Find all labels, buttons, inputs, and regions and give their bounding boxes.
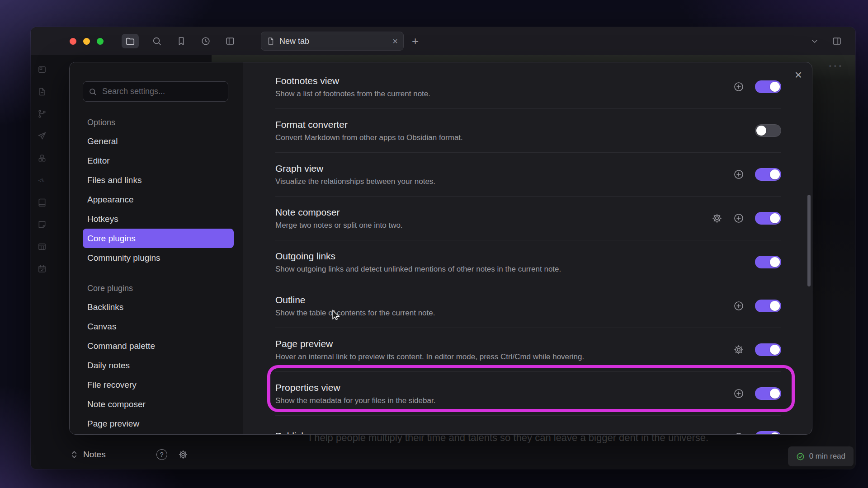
- nav-section-header: Core plugins: [87, 284, 235, 293]
- gear-icon[interactable]: [733, 344, 744, 355]
- nav-item-backlinks[interactable]: Backlinks: [83, 297, 234, 317]
- toggle-knob: [770, 82, 780, 92]
- plugin-row-properties-view: Properties view Show the metadata for yo…: [275, 372, 781, 416]
- toggle-knob: [770, 389, 780, 399]
- nav-item-general[interactable]: General: [83, 131, 234, 151]
- plugin-list: Footnotes view Show a list of footnotes …: [243, 62, 812, 434]
- plugin-description: Convert Markdown from other apps to Obsi…: [275, 133, 755, 142]
- plugin-name: Outline: [275, 295, 733, 305]
- bookmark-icon[interactable]: [175, 35, 188, 47]
- plugin-name: Note composer: [275, 207, 712, 218]
- plus-circle-icon[interactable]: [733, 300, 744, 311]
- vault-switcher-icon[interactable]: [70, 450, 79, 459]
- plugin-name: Publish: [275, 431, 733, 435]
- tab-title: New tab: [279, 37, 388, 46]
- nav-item-canvas[interactable]: Canvas: [83, 317, 234, 336]
- nav-item-daily-notes[interactable]: Daily notes: [83, 356, 234, 375]
- scrollbar-thumb[interactable]: [807, 195, 811, 286]
- left-sidebar-toggle-icon[interactable]: [224, 35, 236, 47]
- plugin-description: Show the table of contents for the curre…: [275, 309, 733, 318]
- publish-toggle[interactable]: [755, 431, 781, 435]
- history-icon[interactable]: [199, 35, 212, 47]
- read-time: 0 min read: [809, 452, 845, 461]
- plus-circle-icon[interactable]: [733, 213, 744, 224]
- close-window-button[interactable]: [70, 38, 76, 45]
- settings-search-input[interactable]: [101, 86, 222, 97]
- note-composer-toggle[interactable]: [755, 212, 781, 225]
- nav-item-command-palette[interactable]: Command palette: [83, 336, 234, 356]
- settings-gear-icon[interactable]: [178, 450, 188, 460]
- plugin-row-outline: Outline Show the table of contents for t…: [275, 284, 781, 328]
- plugin-name: Properties view: [275, 382, 733, 393]
- toggle-knob: [770, 213, 780, 223]
- plugin-row-graph-view: Graph view Visualize the relationships b…: [275, 153, 781, 197]
- plugin-description: Hover an internal link to preview its co…: [275, 352, 733, 361]
- traffic-lights: [70, 38, 104, 45]
- nav-section-header: Options: [87, 118, 235, 127]
- nav-item-page-preview[interactable]: Page preview: [83, 414, 234, 433]
- plugin-description: Show the metadata for your files in the …: [275, 396, 733, 405]
- plus-circle-icon[interactable]: [733, 169, 744, 180]
- vault-footer: Notes ?: [70, 446, 188, 464]
- help-icon[interactable]: ?: [156, 449, 167, 460]
- plugin-name: Graph view: [275, 163, 733, 174]
- plugin-row-note-composer: Note composer Merge two notes or split o…: [275, 197, 781, 240]
- graph-view-toggle[interactable]: [755, 168, 781, 181]
- search-icon: [89, 88, 97, 96]
- folder-icon[interactable]: [122, 34, 139, 48]
- toggle-knob: [770, 169, 780, 179]
- toggle-knob: [770, 345, 780, 355]
- search-icon[interactable]: [151, 35, 163, 47]
- gear-icon[interactable]: [712, 213, 722, 224]
- toggle-knob: [770, 432, 780, 435]
- titlebar: New tab × +: [31, 27, 855, 56]
- settings-search[interactable]: [83, 81, 228, 102]
- plus-circle-icon[interactable]: [733, 388, 744, 399]
- nav-item-editor[interactable]: Editor: [83, 151, 234, 170]
- plugin-row-outgoing-links: Outgoing links Show outgoing links and d…: [275, 240, 781, 284]
- nav-item-community-plugins[interactable]: Community plugins: [83, 248, 234, 267]
- plugin-row-footnotes-view: Footnotes view Show a list of footnotes …: [275, 65, 781, 109]
- plugin-description: Visualize the relationships between your…: [275, 177, 733, 186]
- tab-list-chevron-icon[interactable]: [810, 37, 819, 46]
- page-preview-toggle[interactable]: [755, 343, 781, 356]
- toggle-knob: [756, 126, 766, 136]
- check-circle-icon: [796, 452, 805, 461]
- new-tab-button[interactable]: +: [412, 35, 419, 47]
- nav-item-hotkeys[interactable]: Hotkeys: [83, 209, 234, 229]
- right-sidebar-toggle-icon[interactable]: [832, 36, 842, 46]
- plugin-name: Outgoing links: [275, 251, 755, 262]
- modal-close-icon[interactable]: ×: [795, 69, 802, 81]
- plugin-name: Footnotes view: [275, 75, 733, 86]
- toggle-knob: [770, 301, 780, 311]
- plugin-name: Format converter: [275, 119, 755, 130]
- properties-view-toggle[interactable]: [755, 387, 781, 400]
- tab-close-icon[interactable]: ×: [392, 37, 398, 46]
- settings-nav: Options General Editor Files and links A…: [70, 62, 243, 434]
- plugin-name: Page preview: [275, 338, 733, 349]
- outgoing-links-toggle[interactable]: [755, 256, 781, 268]
- minimize-window-button[interactable]: [83, 38, 90, 45]
- mouse-cursor: [330, 309, 342, 322]
- footnotes-view-toggle[interactable]: [755, 80, 781, 93]
- plus-circle-icon[interactable]: [733, 432, 744, 435]
- plugin-row-publish: Publish: [275, 416, 781, 435]
- format-converter-toggle[interactable]: [755, 124, 781, 137]
- plugin-description: Show outgoing links and detect unlinked …: [275, 265, 755, 274]
- nav-item-appearance[interactable]: Appearance: [83, 190, 234, 209]
- plus-circle-icon[interactable]: [733, 81, 744, 92]
- vault-name[interactable]: Notes: [83, 450, 106, 460]
- tab-new-tab[interactable]: New tab ×: [261, 32, 404, 51]
- obsidian-window: New tab × + I help people multiply their…: [31, 27, 855, 469]
- toggle-knob: [770, 257, 780, 267]
- plugin-description: Show a list of footnotes from the curren…: [275, 89, 733, 99]
- plugin-row-format-converter: Format converter Convert Markdown from o…: [275, 109, 781, 153]
- nav-item-note-composer[interactable]: Note composer: [83, 394, 234, 414]
- workspace: I help people multiply their time and ta…: [31, 55, 855, 469]
- zoom-window-button[interactable]: [97, 38, 104, 45]
- nav-item-core-plugins[interactable]: Core plugins: [83, 229, 234, 248]
- plugin-row-page-preview: Page preview Hover an internal link to p…: [275, 328, 781, 372]
- nav-item-files-and-links[interactable]: Files and links: [83, 170, 234, 190]
- outline-toggle[interactable]: [755, 300, 781, 312]
- nav-item-file-recovery[interactable]: File recovery: [83, 375, 234, 394]
